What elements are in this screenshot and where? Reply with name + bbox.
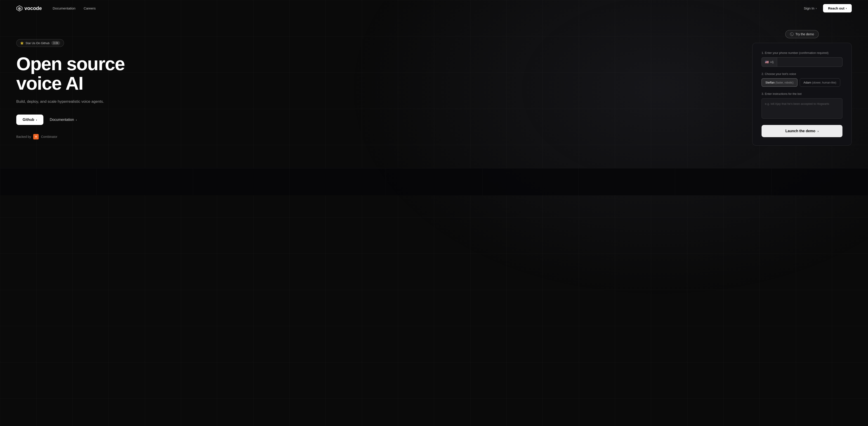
github-button[interactable]: Github › [16,115,43,125]
phone-input-row: 🇺🇸 +1 [762,57,842,67]
demo-step-voice: 2. Choose your bot's voice Steffan (fast… [762,72,842,87]
phone-input[interactable] [777,57,842,66]
yc-logo: Y [33,134,39,139]
documentation-button[interactable]: Documentation › [50,115,77,125]
hero-subtitle: Build, deploy, and scale hyperrealistic … [16,98,125,105]
yc-badge: Backed by Y Combinator [16,134,125,139]
arrow-icon: › [816,6,817,10]
hero-section: ⭐ Star Us On Github 3.0k Open source voi… [0,17,868,168]
docs-arrow-icon: › [76,118,77,121]
star-count: 3.0k [51,41,60,45]
github-arrow-icon: › [36,118,37,121]
hero-right: 📞 Try the demo 1. Enter your phone numbe… [752,30,852,146]
logo-text: vocode [24,5,42,11]
demo-step-phone: 1. Enter your phone number (confirmation… [762,51,842,67]
hero-left: ⭐ Star Us On Github 3.0k Open source voi… [16,30,125,139]
grid-line-2 [96,168,97,195]
github-badge[interactable]: ⭐ Star Us On Github 3.0k [16,39,64,47]
navbar: vocode Documentation Careers Sign In › R… [0,0,868,17]
demo-step-instructions: 3. Enter instructions for the bot [762,92,842,119]
grid-line-1 [0,168,0,195]
demo-card: 1. Enter your phone number (confirmation… [752,43,852,146]
github-star-icon: ⭐ [20,41,24,45]
grid-line-9 [771,168,772,195]
step3-label: 3. Enter instructions for the bot [762,92,842,95]
voice-steffan-button[interactable]: Steffan (faster, robotic) [762,78,798,87]
grid-line-5 [385,168,386,195]
grid-line-8 [675,168,675,195]
reach-out-button[interactable]: Reach out › [823,4,852,12]
phone-flag-code[interactable]: 🇺🇸 +1 [762,57,777,66]
step2-label: 2. Choose your bot's voice [762,72,842,76]
instructions-textarea[interactable] [762,98,842,119]
phone-icon: 📞 [790,32,794,36]
signin-button[interactable]: Sign In › [801,4,819,12]
nav-documentation[interactable]: Documentation [53,6,75,10]
grid-line-3 [193,168,193,195]
step1-label: 1. Enter your phone number (confirmation… [762,51,842,55]
logo[interactable]: vocode [16,5,42,11]
nav-links: Documentation Careers [53,6,96,10]
nav-right: Sign In › Reach out › [801,4,852,12]
launch-arrow-icon: › [817,130,818,133]
voice-options: Steffan (faster, robotic) Adam (slower, … [762,78,842,87]
grid-line-6 [482,168,483,195]
yc-backed-label: Backed by [16,135,31,139]
logo-icon [16,5,23,11]
yc-name: Combinator [41,135,57,139]
nav-careers[interactable]: Careers [84,6,96,10]
voice-adam-button[interactable]: Adam (slower, human-like) [800,78,840,87]
hero-title: Open source voice AI [16,54,125,93]
grid-lines-overlay [0,168,868,195]
launch-demo-button[interactable]: Launch the demo › [762,125,842,137]
svg-marker-1 [18,7,21,10]
hero-buttons: Github › Documentation › [16,115,125,125]
arrow-right-icon: › [846,6,847,10]
nav-left: vocode Documentation Careers [16,5,96,11]
bottom-section [0,168,868,195]
try-demo-button[interactable]: 📞 Try the demo [785,30,819,38]
